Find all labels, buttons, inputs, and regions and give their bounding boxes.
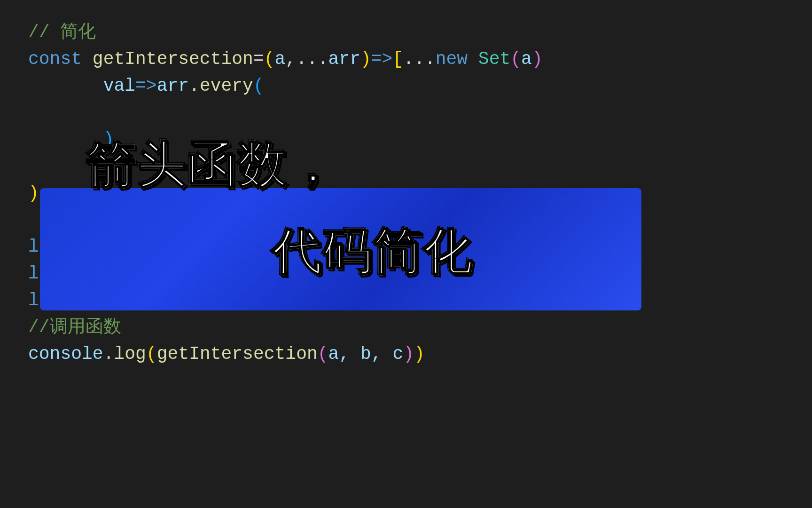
title-line-1: 箭头函数， xyxy=(87,127,338,201)
code-line-3: val=>arr.every( xyxy=(28,72,784,99)
comment-text: // 简化 xyxy=(28,22,96,42)
code-line-1: // 简化 xyxy=(28,19,784,46)
code-line-13: console.log(getIntersection(a, b, c)) xyxy=(28,341,784,367)
code-line-2: const getIntersection=(a,...arr)=>[...ne… xyxy=(28,46,784,72)
code-line-4 xyxy=(28,99,784,126)
code-line-12: //调用函数 xyxy=(28,314,784,341)
title-line-2: 代码简化 xyxy=(273,214,474,288)
